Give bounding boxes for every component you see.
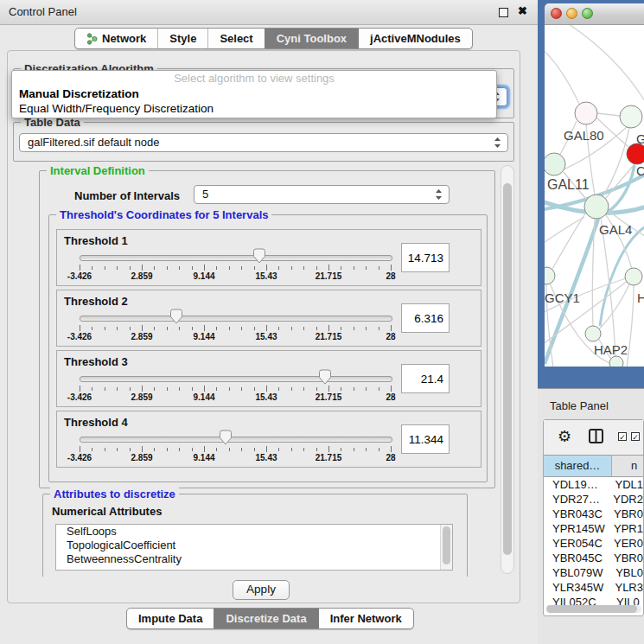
cell-shared-name[interactable]: YDR27…: [544, 492, 608, 507]
tab-style[interactable]: Style: [157, 29, 207, 48]
split-columns-icon[interactable]: [589, 429, 603, 447]
network-canvas[interactable]: GAL80 G. C GAL11 GAL4 GCY1 H HAP2: [545, 25, 644, 367]
tick-mark: [266, 386, 267, 392]
network-node-hap2[interactable]: [585, 326, 601, 341]
cell-name[interactable]: YPR1: [609, 521, 643, 536]
tick-mark: [229, 387, 230, 391]
tab-cyni-toolbox[interactable]: Cyni Toolbox: [265, 29, 358, 48]
numerical-attributes-list[interactable]: SelfLoopsTopologicalCoefficientBetweenne…: [55, 524, 453, 571]
cell-name[interactable]: YDL1: [609, 477, 643, 492]
table-horizontal-scrollbar-thumb[interactable]: [546, 605, 637, 613]
cell-name[interactable]: YBR0: [609, 507, 643, 521]
close-icon[interactable]: ✖: [518, 4, 527, 17]
slider-track[interactable]: [80, 316, 392, 322]
attribute-item-topologicalcoefficient[interactable]: TopologicalCoefficient: [56, 539, 452, 552]
cell-shared-name[interactable]: YIL052C: [544, 595, 611, 605]
float-window-icon[interactable]: [499, 8, 508, 17]
network-node-selected-red[interactable]: [627, 143, 644, 164]
threshold-value-field[interactable]: 11.344: [401, 424, 450, 454]
select-column-checkbox-icon[interactable]: ✓: [631, 432, 640, 441]
tick-mark: [341, 266, 341, 270]
select-all-checkbox-icon[interactable]: ✓: [618, 432, 627, 441]
dropdown-option-manual-discretization[interactable]: Manual Discretization: [12, 86, 496, 101]
network-node-partial-right[interactable]: [625, 268, 642, 285]
node-label-partial-c: C: [636, 163, 644, 178]
cell-shared-name[interactable]: YER054C: [544, 536, 609, 551]
num-intervals-select[interactable]: 5: [194, 185, 450, 204]
slider-thumb[interactable]: [219, 430, 233, 445]
cell-name[interactable]: YBL0: [610, 565, 643, 580]
cell-name[interactable]: YBR0: [609, 551, 643, 565]
tick-mark: [154, 387, 155, 391]
network-window-titlebar[interactable]: [545, 3, 644, 25]
screen: Control Panel ✖ NetworkStyleSelectCyni T…: [0, 0, 644, 644]
cell-name[interactable]: YIL0: [611, 595, 643, 605]
tab-network[interactable]: Network: [75, 29, 157, 48]
table-row[interactable]: YDR27…YDR2: [544, 492, 643, 507]
tick-mark: [303, 448, 304, 451]
cell-shared-name[interactable]: YLR345W: [544, 580, 609, 595]
slider-track[interactable]: [80, 437, 392, 443]
attribute-item-selfloops[interactable]: SelfLoops: [56, 525, 452, 539]
slider-thumb[interactable]: [318, 369, 332, 385]
tick-mark: [167, 448, 168, 451]
column-header-shared-name[interactable]: shared…: [544, 456, 612, 476]
table-row[interactable]: YDL19…YDL1: [544, 477, 643, 492]
table-row[interactable]: YBR043CYBR0: [544, 507, 643, 521]
tick-mark: [204, 386, 205, 392]
zoom-traffic-light[interactable]: [582, 8, 593, 19]
attribute-item-betweennesscentrality[interactable]: BetweennessCentrality: [56, 552, 452, 566]
cell-name[interactable]: YER0: [609, 536, 643, 551]
tick-mark: [391, 325, 392, 331]
table-row[interactable]: YPR145WYPR1: [544, 521, 643, 536]
table-row[interactable]: YLR345WYLR3: [544, 580, 643, 595]
tab-discretize-data[interactable]: Discretize Data: [214, 609, 317, 628]
cell-shared-name[interactable]: YDL19…: [544, 477, 609, 492]
table-horizontal-scrollbar[interactable]: [546, 605, 641, 613]
minimize-traffic-light[interactable]: [566, 8, 577, 19]
column-header-name[interactable]: n: [612, 456, 643, 476]
table-data-select[interactable]: galFiltered.sif default node: [19, 133, 508, 152]
attributes-scrollbar-thumb[interactable]: [443, 526, 450, 564]
table-row[interactable]: YER054CYER0: [544, 536, 643, 551]
network-node-gal4[interactable]: [584, 194, 609, 219]
attributes-scrollbar[interactable]: [440, 525, 452, 570]
tick-mark: [291, 266, 292, 270]
tab-impute-data[interactable]: Impute Data: [127, 609, 214, 628]
network-node-gcy1[interactable]: [545, 267, 555, 284]
table-row[interactable]: YIL052CYIL0: [544, 595, 643, 605]
cell-shared-name[interactable]: YPR145W: [544, 521, 609, 536]
slider-track[interactable]: [80, 255, 392, 261]
slider-track[interactable]: [80, 376, 392, 382]
tab-select[interactable]: Select: [207, 29, 264, 48]
threshold-row: Threshold 1 -3.4262.8599.14415.4321.7152…: [56, 229, 481, 286]
threshold-value-field[interactable]: 6.316: [401, 303, 450, 333]
tick-mark: [142, 446, 143, 452]
settings-scrollbar[interactable]: [501, 165, 514, 574]
slider-thumb[interactable]: [252, 248, 266, 264]
threshold-value-field[interactable]: 14.713: [401, 243, 450, 272]
network-node-gal80[interactable]: [575, 102, 597, 124]
cell-name[interactable]: YDR2: [608, 492, 643, 507]
dropdown-option-equal-width-frequency-discretization[interactable]: Equal Width/Frequency Discretization: [12, 101, 496, 116]
apply-button[interactable]: Apply: [233, 580, 290, 600]
network-node-partial-top[interactable]: [620, 105, 642, 128]
cell-name[interactable]: YLR3: [609, 580, 643, 595]
gear-icon[interactable]: ⚙: [558, 427, 571, 446]
table-row[interactable]: YBR045CYBR0: [544, 551, 643, 565]
tick-mark: [105, 327, 105, 330]
network-node-bottom[interactable]: [609, 356, 623, 367]
tick-mark: [278, 327, 279, 330]
cell-shared-name[interactable]: YBR045C: [544, 551, 609, 565]
slider-thumb[interactable]: [169, 309, 183, 324]
cell-shared-name[interactable]: YBL079W: [544, 565, 610, 580]
tab-infer-network[interactable]: Infer Network: [318, 609, 413, 628]
close-traffic-light[interactable]: [551, 8, 562, 19]
table-row[interactable]: YBL079WYBL0: [544, 565, 643, 580]
tick-mark: [167, 387, 168, 391]
network-node-gal11[interactable]: [545, 153, 565, 175]
tab-jactivemnodules[interactable]: jActiveMNodules: [358, 29, 472, 48]
settings-scrollbar-thumb[interactable]: [503, 183, 512, 555]
threshold-value-field[interactable]: 21.4: [401, 364, 450, 393]
cell-shared-name[interactable]: YBR043C: [544, 507, 609, 521]
